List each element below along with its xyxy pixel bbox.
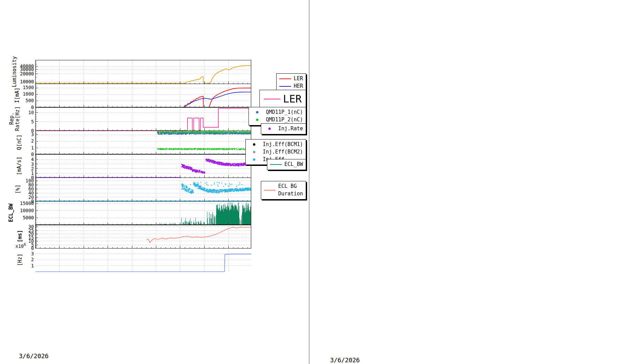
date-label: 3/6/2026 xyxy=(330,356,360,364)
dot-marker-icon xyxy=(264,128,276,130)
legend-item: LER xyxy=(264,92,302,107)
legend-item: ECL_BW xyxy=(270,161,303,168)
legend-item: HER xyxy=(279,83,303,90)
inj-plot xyxy=(35,154,251,178)
y-tick-label: 5000 xyxy=(13,215,34,220)
legend-cur: LERHER xyxy=(276,73,306,92)
lum-plot xyxy=(35,60,251,84)
dot-marker-icon xyxy=(252,111,263,113)
legend-label: HER xyxy=(294,83,303,90)
legend-label: ECL BG Duration xyxy=(278,183,303,198)
ecl-plot xyxy=(35,201,251,225)
ms-plot xyxy=(35,225,251,248)
y-tick-label: 5 xyxy=(13,119,34,124)
y-tick-label: 3 xyxy=(13,132,34,137)
y-tick-label: 4 xyxy=(13,157,34,162)
top-plot xyxy=(35,248,251,272)
dot-marker-icon xyxy=(248,143,260,146)
legend-label: LER xyxy=(294,75,303,83)
y-tick-label: 100 xyxy=(13,178,34,183)
line-marker-icon xyxy=(270,164,282,165)
y-tick-label: 1500 xyxy=(13,85,34,90)
cur-plot xyxy=(35,84,251,108)
axis-multiplier-label: x106 xyxy=(15,242,26,249)
legend-item: Inj.Eff(BCM2) xyxy=(248,148,303,156)
y-tick-label: 10 xyxy=(13,110,34,115)
y-tick-label: 30 xyxy=(13,224,34,229)
legend-ecl: ECL_BW xyxy=(267,159,306,170)
legend-label: LER xyxy=(283,92,302,107)
y-tick-label: 2 xyxy=(13,257,34,262)
y-tick-label: 2 xyxy=(13,138,34,144)
legend-item: ECL BG Duration xyxy=(264,183,303,198)
y-tick-label: 10000 xyxy=(13,79,34,84)
legend-label: Inj.Rate xyxy=(278,125,303,133)
line-marker-icon xyxy=(264,99,280,99)
line-marker-icon xyxy=(279,86,291,87)
rep-plot xyxy=(35,107,251,131)
legend-item: QMD11P_1(nC) xyxy=(252,109,303,116)
y-tick-label: 15000 xyxy=(13,201,34,206)
legend-ms: ECL BG Duration xyxy=(261,181,306,199)
legend-item: QMD11P_2(nC) xyxy=(252,116,303,124)
legend-inj: Inj.Rate xyxy=(261,123,306,134)
y-tick-label: 1 xyxy=(13,145,34,150)
legend-label: ECL_BW xyxy=(284,161,303,168)
left-monitor-window: 3/6/2026 Luminosity10000200003000040000I… xyxy=(0,0,310,364)
y-tick-label: 3 xyxy=(13,251,34,256)
legend-item: LER xyxy=(279,75,303,83)
line-marker-icon xyxy=(264,190,276,191)
eff-plot xyxy=(35,178,251,202)
dot-marker-icon xyxy=(248,151,260,153)
y-tick-label: 40000 xyxy=(13,63,34,69)
q-plot xyxy=(35,131,251,155)
legend-item: Inj.Eff(BCM1) xyxy=(248,141,303,148)
line-marker-icon xyxy=(279,78,291,79)
legend-label: Inj.Eff(BCM2) xyxy=(263,148,303,156)
y-tick-label: 10000 xyxy=(13,208,34,213)
y-tick-label: 1 xyxy=(13,263,34,268)
legend-label: QMD11P_2(nC) xyxy=(266,116,303,124)
right-monitor-window: 3/6/2026 xyxy=(310,0,619,364)
y-tick-label: 1000 xyxy=(13,91,34,97)
legend-label: Inj.Eff(BCM1) xyxy=(263,141,303,148)
dot-marker-icon xyxy=(252,119,263,121)
date-label: 3/6/2026 xyxy=(19,352,49,360)
legend-rep: LER xyxy=(259,90,306,108)
y-tick-label: 0 xyxy=(13,151,34,157)
legend-q: QMD11P_1(nC)QMD11P_2(nC) xyxy=(248,107,306,125)
dot-marker-icon xyxy=(248,158,260,161)
y-tick-label: 500 xyxy=(13,98,34,103)
legend-label: QMD11P_1(nC) xyxy=(266,109,303,116)
legend-item: Inj.Rate xyxy=(264,125,303,133)
